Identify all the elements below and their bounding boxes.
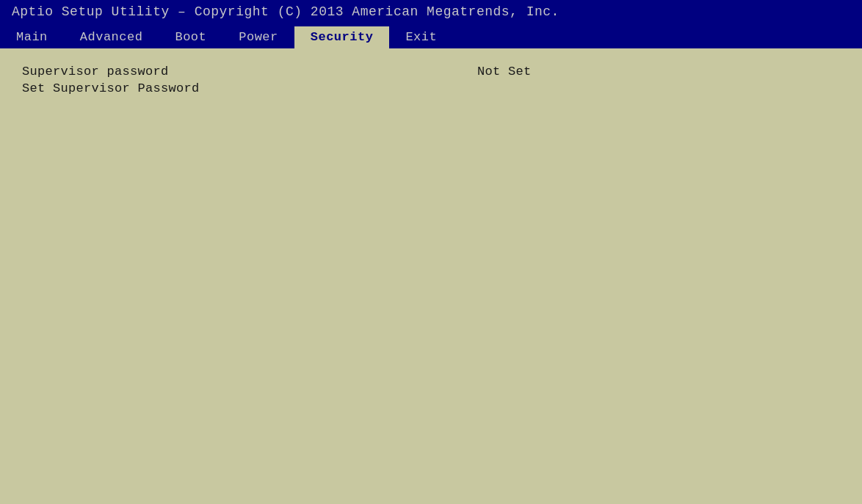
supervisor-password-value: Not Set [477, 65, 532, 78]
nav-item-power[interactable]: Power [222, 26, 294, 48]
title-bar: Aptio Setup Utility – Copyright (C) 2013… [0, 0, 862, 23]
title-text: Aptio Setup Utility – Copyright (C) 2013… [12, 4, 559, 19]
supervisor-password-row: Supervisor password Not Set [22, 65, 840, 78]
nav-item-main[interactable]: Main [0, 26, 64, 48]
nav-item-exit[interactable]: Exit [389, 26, 453, 48]
supervisor-password-label: Supervisor password [22, 65, 330, 78]
nav-item-boot[interactable]: Boot [159, 26, 222, 48]
set-supervisor-password-row[interactable]: Set Supervisor Password [22, 81, 840, 95]
nav-item-security[interactable]: Security [294, 26, 390, 48]
set-supervisor-password-label[interactable]: Set Supervisor Password [22, 81, 200, 95]
main-content: Supervisor password Not Set Set Supervis… [0, 50, 862, 504]
nav-item-advanced[interactable]: Advanced [64, 26, 159, 48]
nav-bar: Main Advanced Boot Power Security Exit [0, 23, 862, 50]
